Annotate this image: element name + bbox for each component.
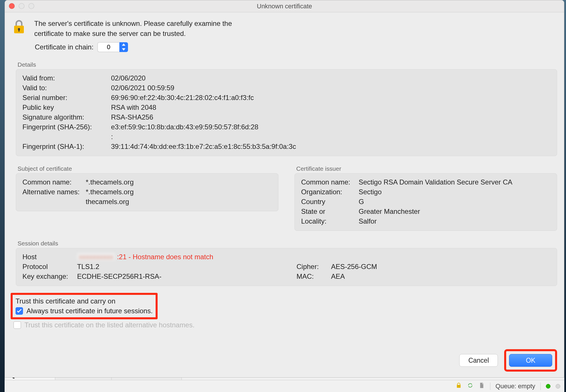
- chain-step-up[interactable]: [119, 42, 128, 47]
- trust-alt-hosts-checkbox: [14, 321, 21, 329]
- ok-highlight: OK: [504, 349, 557, 372]
- window-close-button[interactable]: [9, 3, 15, 9]
- lock-icon: [11, 19, 27, 37]
- issuer-group: Common name:Sectigo RSA Domain Validatio…: [295, 173, 557, 231]
- lock-small-icon: [456, 382, 462, 390]
- window-zoom-button: [28, 3, 34, 9]
- issuer-k-1: Organization:: [301, 188, 359, 196]
- session-mac-k: MAC:: [297, 272, 331, 280]
- sync-icon: [467, 382, 473, 390]
- status-dot-grey: [556, 384, 560, 389]
- session-group-label: Session details: [18, 240, 557, 247]
- issuer-k-0: Common name:: [301, 178, 359, 186]
- status-dot-green: [546, 384, 550, 389]
- detail-k-7: Fingerprint (SHA-1):: [22, 143, 109, 151]
- chain-stepper[interactable]: [97, 42, 128, 52]
- session-kex-v: ECDHE-SECP256R1-RSA-: [77, 272, 297, 280]
- detail-v-2: 69:96:90:ef:22:4b:30:4c:21:28:02:c4:f1:a…: [111, 94, 550, 102]
- window-minimize-button: [19, 3, 24, 9]
- details-group-label: Details: [18, 61, 557, 68]
- detail-k-0: Valid from:: [22, 74, 109, 82]
- subject-alt-k: Alternative names:: [22, 188, 86, 196]
- always-trust-label: Always trust certificate in future sessi…: [26, 307, 153, 315]
- detail-v-3: RSA with 2048: [111, 103, 550, 112]
- details-group: Valid from:02/06/2020 Valid to:02/06/202…: [16, 69, 557, 156]
- detail-v-5: e3:ef:59:9c:10:8b:da:db:43:e9:59:50:57:8…: [111, 123, 550, 131]
- detail-k-1: Valid to:: [22, 84, 109, 92]
- issuer-v-0: Sectigo RSA Domain Validation Secure Ser…: [359, 178, 550, 186]
- issuer-k-4: Locality:: [301, 217, 359, 225]
- subject-group-label: Subject of certificate: [18, 165, 278, 172]
- trust-heading: Trust this certificate and carry on: [16, 297, 153, 305]
- subject-cn-v: *.thecamels.org: [86, 178, 272, 186]
- queue-status: Queue: empty: [496, 383, 535, 390]
- subject-alt-v2: thecamels.org: [86, 198, 272, 206]
- session-host-k: Host: [22, 253, 77, 261]
- session-cipher-v: AES-256-GCM: [331, 263, 550, 271]
- subject-group: Common name:*.thecamels.org Alternative …: [16, 173, 278, 211]
- detail-k-4: Signature algorithm:: [22, 113, 109, 121]
- page-icon: [479, 382, 485, 390]
- chain-step-down[interactable]: [119, 47, 128, 52]
- detail-k-6: [22, 133, 109, 141]
- subject-alt-v1: *.thecamels.org: [86, 188, 272, 196]
- session-kex-k: Key exchange:: [22, 272, 77, 280]
- issuer-v-2: G: [359, 198, 550, 206]
- subject-cn-k: Common name:: [22, 178, 86, 186]
- session-host-blurred: xxxxxxxxxx: [77, 253, 115, 261]
- detail-v-7: 39:11:4d:74:4b:dd:ee:f3:1b:e7:2c:a5:e1:8…: [111, 143, 550, 151]
- detail-v-1: 02/06/2021 00:59:59: [111, 84, 550, 92]
- chain-input[interactable]: [97, 42, 119, 52]
- session-host-warning: :21 - Hostname does not match: [117, 253, 213, 261]
- always-trust-checkbox[interactable]: [16, 307, 23, 315]
- detail-v-4: RSA-SHA256: [111, 113, 550, 121]
- issuer-group-label: Certificate issuer: [296, 165, 557, 172]
- titlebar: Unknown certificate: [5, 0, 564, 12]
- chain-label: Certificate in chain:: [35, 43, 93, 51]
- detail-k-2: Serial number:: [22, 94, 109, 102]
- certificate-dialog: Unknown certificate The server's certifi…: [5, 0, 564, 378]
- session-protocol-k: Protocol: [22, 263, 77, 271]
- detail-v-6: :: [111, 133, 550, 141]
- window-title: Unknown certificate: [5, 3, 564, 10]
- trust-highlight: Trust this certificate and carry on Alwa…: [11, 293, 158, 319]
- status-bar: Queue: empty: [5, 380, 564, 392]
- detail-k-3: Public key: [22, 103, 109, 112]
- svg-rect-2: [18, 29, 20, 31]
- intro-text: The server's certificate is unknown. Ple…: [34, 19, 232, 39]
- issuer-v-4: Salfor: [359, 217, 550, 225]
- ok-button[interactable]: OK: [509, 354, 552, 367]
- issuer-k-3: State or: [301, 207, 359, 216]
- cancel-button[interactable]: Cancel: [459, 354, 498, 367]
- issuer-v-3: Greater Manchester: [359, 207, 550, 216]
- detail-k-5: Fingerprint (SHA-256):: [22, 123, 109, 131]
- issuer-k-2: Country: [301, 198, 359, 206]
- session-group: Host xxxxxxxxxx :21 - Hostname does not …: [16, 248, 557, 286]
- issuer-v-1: Sectigo: [359, 188, 550, 196]
- session-protocol-v: TLS1.2: [77, 263, 297, 271]
- session-cipher-k: Cipher:: [297, 263, 331, 271]
- session-mac-v: AEA: [331, 272, 550, 280]
- detail-v-0: 02/06/2020: [111, 74, 550, 82]
- trust-alt-hosts-label: Trust this certificate on the listed alt…: [24, 321, 194, 329]
